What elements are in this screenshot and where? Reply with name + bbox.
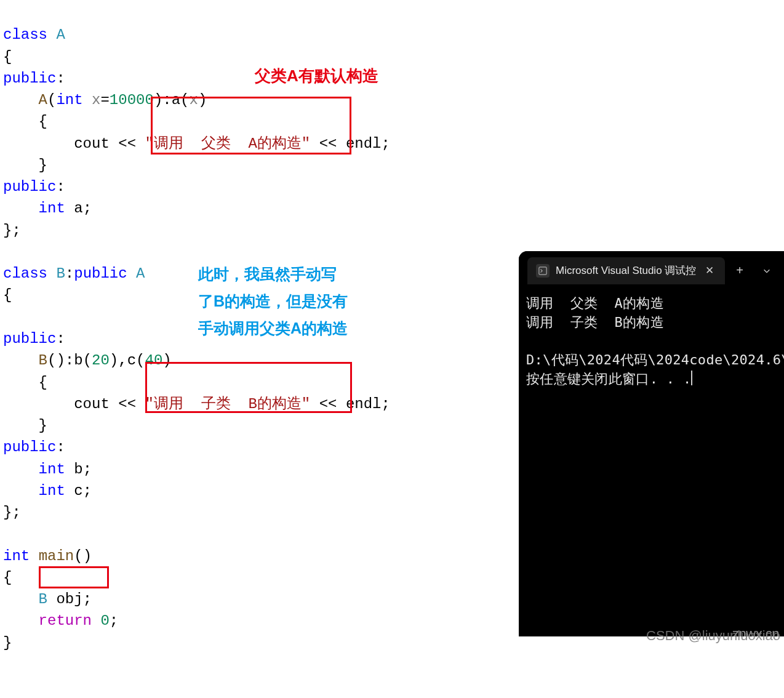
- output-path: D:\代码\2024代码\2024code\2024.6\: [526, 352, 784, 367]
- output-line-1: 调用 父类 A的构造: [526, 295, 664, 311]
- terminal-tab[interactable]: Microsoft Visual Studio 调试控 ✕: [527, 257, 725, 284]
- constructor-b: B: [39, 352, 47, 369]
- annotation-red: 父类A有默认构造: [255, 64, 378, 87]
- chevron-down-icon: [762, 267, 771, 275]
- string-literal-b: "调用 子类 B的构造": [145, 396, 310, 412]
- string-literal-a: "调用 父类 A的构造": [145, 135, 310, 152]
- terminal-output[interactable]: 调用 父类 A的构造 调用 子类 B的构造 D:\代码\2024代码\2024c…: [519, 284, 784, 389]
- keyword-public: public: [3, 70, 56, 87]
- function-main: main: [39, 548, 74, 564]
- classname-a: A: [56, 26, 65, 43]
- output-line-2: 调用 子类 B的构造: [526, 315, 664, 330]
- close-icon[interactable]: ✕: [703, 263, 716, 279]
- terminal-window: Microsoft Visual Studio 调试控 ✕ + 调用 父类 A的…: [519, 251, 784, 636]
- annotation-blue: 此时，我虽然手动写 了B的构造，但是没有 手动调用父类A的构造: [198, 261, 348, 342]
- classname-b: B: [56, 265, 65, 282]
- cursor: [691, 371, 692, 385]
- terminal-tabbar: Microsoft Visual Studio 调试控 ✕ +: [519, 251, 784, 284]
- new-tab-button[interactable]: +: [727, 259, 752, 283]
- svg-rect-0: [539, 267, 546, 275]
- constructor-a: A: [39, 92, 47, 108]
- terminal-icon: [536, 264, 550, 278]
- watermark-csdn: CSDN @liuyunluoxiao: [646, 626, 780, 646]
- keyword-class: class: [3, 26, 47, 43]
- terminal-tab-title: Microsoft Visual Studio 调试控: [556, 263, 697, 279]
- output-prompt: 按任意键关闭此窗口. . .: [526, 371, 691, 387]
- tab-dropdown-button[interactable]: [754, 259, 779, 283]
